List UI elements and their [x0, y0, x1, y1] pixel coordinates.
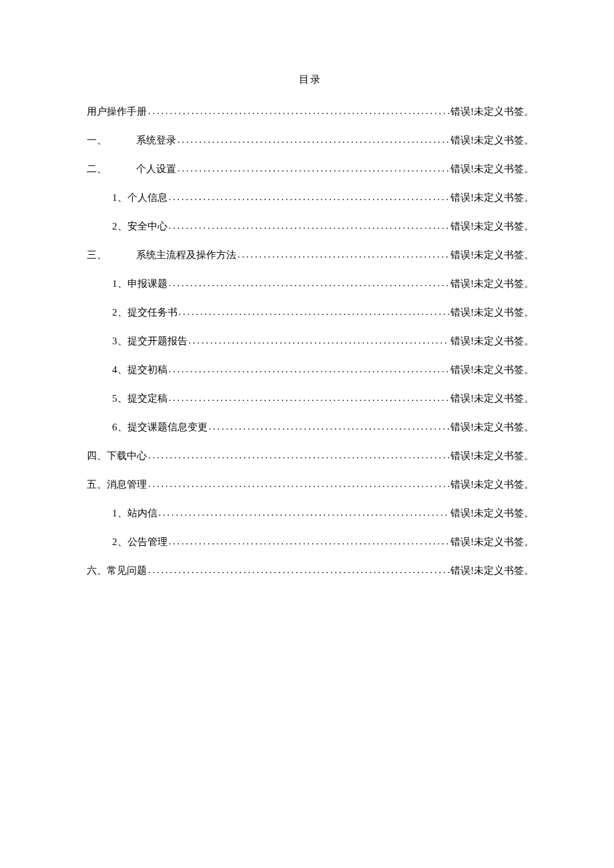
- toc-entry-page: 错误!未定义书签。: [450, 105, 534, 119]
- toc-entry-number: 一、: [87, 133, 136, 147]
- toc-entry: 2、提交任务书错误!未定义书签。: [87, 306, 534, 320]
- toc-entry-page: 错误!未定义书签。: [450, 392, 534, 406]
- toc-leader-dots: [148, 449, 449, 462]
- toc-entry-label: 个人设置: [136, 162, 176, 176]
- toc-entry-label: 1、个人信息: [112, 191, 168, 205]
- toc-entry-label: 2、提交任务书: [112, 306, 178, 320]
- toc-entry-page: 错误!未定义书签。: [450, 133, 534, 147]
- toc-entry-page: 错误!未定义书签。: [450, 162, 534, 176]
- toc-leader-dots: [159, 506, 450, 520]
- toc-entry: 一、系统登录错误!未定义书签。: [87, 133, 534, 147]
- toc-entry: 三、系统主流程及操作方法错误!未定义书签。: [87, 248, 534, 262]
- toc-entry-label: 系统登录: [136, 133, 176, 147]
- toc-entry-label: 1、站内信: [112, 506, 158, 520]
- toc-entry-page: 错误!未定义书签。: [450, 191, 534, 205]
- toc-entry-page: 错误!未定义书签。: [450, 564, 534, 578]
- toc-leader-dots: [178, 133, 449, 147]
- toc-entry-label: 2、安全中心: [112, 220, 168, 234]
- toc-entry-label: 系统主流程及操作方法: [136, 248, 236, 262]
- toc-entry: 4、提交初稿错误!未定义书签。: [87, 363, 534, 377]
- toc-entry: 2、公告管理错误!未定义书签。: [87, 535, 534, 549]
- toc-leader-dots: [178, 162, 449, 175]
- toc-entry-number: 二、: [87, 162, 136, 176]
- toc-title: 目录: [87, 73, 534, 86]
- toc-entry: 四、下载中心错误!未定义书签。: [87, 449, 534, 463]
- toc-entry: 2、安全中心错误!未定义书签。: [87, 220, 534, 234]
- toc-entry-label: 五、消息管理: [87, 478, 147, 492]
- toc-entry: 五、消息管理错误!未定义书签。: [87, 478, 534, 492]
- toc-entry-page: 错误!未定义书签。: [450, 363, 534, 377]
- toc-leader-dots: [169, 535, 450, 548]
- toc-leader-dots: [169, 220, 450, 233]
- toc-entry-label: 2、公告管理: [112, 535, 168, 549]
- toc-entry: 1、个人信息错误!未定义书签。: [87, 191, 534, 205]
- toc-entry-page: 错误!未定义书签。: [450, 420, 534, 434]
- toc-entry-label: 4、提交初稿: [112, 363, 168, 377]
- toc-leader-dots: [179, 306, 450, 319]
- toc-entry-page: 错误!未定义书签。: [450, 220, 534, 234]
- toc-entry: 二、个人设置错误!未定义书签。: [87, 162, 534, 176]
- toc-entry-label: 四、下载中心: [87, 449, 147, 463]
- toc-entry: 5、提交定稿错误!未定义书签。: [87, 392, 534, 406]
- toc-leader-dots: [209, 420, 450, 434]
- toc-entry-page: 错误!未定义书签。: [450, 449, 534, 463]
- toc-entry-label: 3、提交开题报告: [112, 334, 188, 348]
- toc-entry-page: 错误!未定义书签。: [450, 277, 534, 291]
- toc-leader-dots: [169, 277, 450, 290]
- toc-leader-dots: [169, 392, 450, 405]
- toc-entry-page: 错误!未定义书签。: [450, 506, 534, 520]
- toc-entry: 1、站内信错误!未定义书签。: [87, 506, 534, 520]
- toc-entry-page: 错误!未定义书签。: [450, 306, 534, 320]
- toc-entry: 用户操作手册错误!未定义书签。: [87, 105, 534, 119]
- toc-leader-dots: [148, 478, 449, 491]
- toc-entry: 6、提交课题信息变更错误!未定义书签。: [87, 420, 534, 434]
- toc-entry-label: 6、提交课题信息变更: [112, 420, 208, 434]
- toc-entry-label: 5、提交定稿: [112, 392, 168, 406]
- toc-leader-dots: [189, 334, 450, 348]
- toc-entry: 六、常见问题错误!未定义书签。: [87, 564, 534, 578]
- toc-container: 用户操作手册错误!未定义书签。一、系统登录错误!未定义书签。二、个人设置错误!未…: [87, 105, 534, 578]
- toc-entry-page: 错误!未定义书签。: [450, 535, 534, 549]
- toc-entry: 1、申报课题错误!未定义书签。: [87, 277, 534, 291]
- toc-leader-dots: [169, 363, 450, 376]
- toc-entry: 3、提交开题报告错误!未定义书签。: [87, 334, 534, 348]
- toc-entry-label: 1、申报课题: [112, 277, 168, 291]
- toc-leader-dots: [148, 105, 449, 118]
- toc-entry-page: 错误!未定义书签。: [450, 478, 534, 492]
- toc-leader-dots: [169, 191, 450, 204]
- toc-entry-page: 错误!未定义书签。: [450, 248, 534, 262]
- toc-entry-number: 三、: [87, 248, 136, 262]
- toc-leader-dots: [148, 564, 449, 577]
- toc-entry-page: 错误!未定义书签。: [450, 334, 534, 348]
- toc-leader-dots: [238, 248, 449, 262]
- toc-entry-label: 用户操作手册: [87, 105, 147, 119]
- toc-entry-label: 六、常见问题: [87, 564, 147, 578]
